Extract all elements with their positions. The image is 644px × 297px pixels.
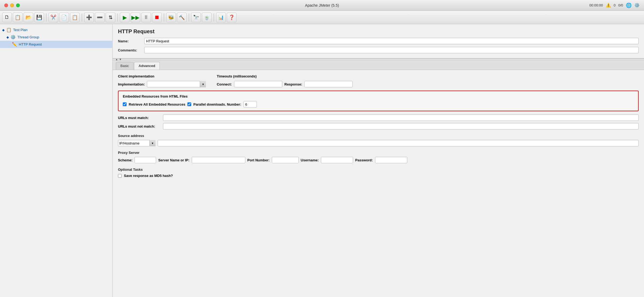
start-button[interactable]: ▶ [120,13,129,22]
expand-icon: ◆ [2,28,5,32]
sidebar-item-thread-group[interactable]: ◆ ⚙️ Thread Group [0,34,112,41]
server-name-label: Server Name or IP: [158,158,189,162]
remove-button[interactable]: ➖ [95,13,105,22]
proxy-server-title: Proxy Server [118,151,639,155]
content-area: HTTP Request Name: Comments: ▲ ▼ Basic A… [113,24,644,297]
source-address-input[interactable] [158,140,639,146]
window-title: Apache JMeter (5.5) [305,3,339,8]
comments-input[interactable] [144,47,639,53]
save-md5-row: Save response as MD5 hash? [118,174,639,178]
urls-not-match-label: URLs must not match: [118,124,161,128]
move-button[interactable]: ⇅ [106,13,115,22]
test-plan-icon: 📋 [6,27,12,32]
password-label: Password: [355,158,373,162]
paste-button[interactable]: 📋 [70,13,80,22]
username-input[interactable] [321,157,353,163]
embedded-checkboxes-row: Retrieve All Embedded Resources Parallel… [123,101,634,107]
stop-button[interactable]: ⏸ [141,13,151,22]
thread-group-icon: ⚙️ [10,35,16,40]
ip-hostname-select-wrapper: IP/Hostname Device Device IPv4 Device IP… [118,140,156,146]
toolbar-separator-2 [82,13,82,21]
shutdown-button[interactable]: ⏹ [152,13,162,22]
parallel-downloads-checkbox[interactable] [187,102,191,106]
arrow-icon-1: ▲ [115,58,118,61]
save-button[interactable]: 💾 [34,13,44,22]
function-helper-button[interactable]: 🍵 [202,13,212,22]
timeouts-row: Connect: Response: [217,81,353,87]
content-header: HTTP Request Name: Comments: [113,24,644,58]
sidebar: ◆ 📋 Test Plan ◆ ⚙️ Thread Group ✏️ HTTP … [0,24,113,297]
urls-not-match-row: URLs must not match: [118,123,639,129]
retrieve-all-label: Retrieve All Embedded Resources [129,102,185,106]
sidebar-label-http-request: HTTP Request [19,42,42,46]
templates-button[interactable]: 📋 [13,13,23,22]
toolbar: 🗋 📋 📂 💾 ✂️ 📄 📋 ➕ ➖ ⇅ ▶ ▶▶ ⏸ ⏹ 🐝 🔨 🔭 🍵 📊 … [0,11,644,24]
retrieve-all-checkbox[interactable] [123,102,127,106]
scheme-input[interactable] [135,157,156,163]
parallel-downloads-number[interactable] [243,101,257,107]
server-name-input[interactable] [192,157,245,163]
sidebar-label-thread-group: Thread Group [17,35,39,39]
sidebar-item-test-plan[interactable]: ◆ 📋 Test Plan [0,26,112,34]
traffic-lights[interactable] [4,3,20,7]
client-implementation-group: Client implementation Implementation: Ht… [118,74,206,87]
urls-match-row: URLs must match: [118,114,639,121]
response-input[interactable] [304,81,353,87]
save-md5-checkbox[interactable] [118,174,122,178]
implementation-label: Implementation: [118,82,145,86]
tab-advanced[interactable]: Advanced [134,62,160,70]
open-button[interactable]: 📂 [24,13,33,22]
password-input[interactable] [375,157,407,163]
urls-match-input[interactable] [163,114,639,121]
urls-not-match-input[interactable] [163,123,639,129]
comments-row: Comments: [118,47,639,53]
error-count: 0/0 [618,3,623,7]
embedded-section-title: Embedded Resources from HTML Files [123,94,634,98]
clear-all-button[interactable]: 🔨 [177,13,187,22]
globe-icon[interactable]: 🌐 [626,2,632,8]
implementation-row: Implementation: HttpClient4 Java [118,81,206,87]
proxy-row: Scheme: Server Name or IP: Port Number: … [118,157,639,163]
search-button[interactable]: 🔭 [191,13,201,22]
toolbar-separator-1 [46,13,46,21]
help-button[interactable]: ❓ [227,13,236,22]
new-button[interactable]: 🗋 [2,13,12,22]
toolbar-separator-5 [189,13,189,21]
username-label: Username: [301,158,319,162]
optional-tasks-section: Optional Tasks Save response as MD5 hash… [118,168,639,178]
port-number-input[interactable] [272,157,299,163]
embedded-resources-section: Embedded Resources from HTML Files Retri… [118,91,639,111]
name-row: Name: [118,38,639,44]
start-no-pause-button[interactable]: ▶▶ [131,13,140,22]
content-title: HTTP Request [118,28,639,35]
timeouts-group: Timeouts (milliseconds) Connect: Respons… [217,74,353,87]
minimize-button[interactable] [10,3,14,7]
copy-button[interactable]: 📄 [59,13,69,22]
implementation-select[interactable]: HttpClient4 Java [147,81,206,87]
tab-basic[interactable]: Basic [116,62,134,70]
cut-button[interactable]: ✂️ [49,13,58,22]
warning-icon: ⚠️ [606,3,611,8]
source-address-section: Source address IP/Hostname Device Device… [118,134,639,146]
implementation-select-wrapper: HttpClient4 Java [147,81,206,87]
proxy-server-section: Proxy Server Scheme: Server Name or IP: … [118,151,639,163]
name-input[interactable] [144,38,639,44]
toolbar-separator-4 [164,13,164,21]
log-viewer-button[interactable]: 📊 [216,13,226,22]
ip-hostname-select[interactable]: IP/Hostname Device Device IPv4 Device IP… [118,140,156,146]
sidebar-item-http-request[interactable]: ✏️ HTTP Request [0,41,112,48]
expand-icon-thread: ◆ [6,35,9,39]
gear-icon[interactable]: ⚙️ [634,3,640,8]
add-button[interactable]: ➕ [84,13,94,22]
close-button[interactable] [4,3,8,7]
arrow-icon-2: ▼ [119,58,122,61]
title-bar: Apache JMeter (5.5) 00:00:00 ⚠️ 0 0/0 🌐 … [0,0,644,11]
name-label: Name: [118,39,142,43]
connect-input[interactable] [234,81,282,87]
parallel-downloads-label: Parallel downloads. Number: [193,102,241,106]
maximize-button[interactable] [16,3,20,7]
clear-button[interactable]: 🐝 [166,13,176,22]
client-section-title: Client implementation [118,74,206,78]
title-bar-right: 00:00:00 ⚠️ 0 0/0 🌐 ⚙️ [589,2,640,8]
optional-tasks-title: Optional Tasks [118,168,639,172]
